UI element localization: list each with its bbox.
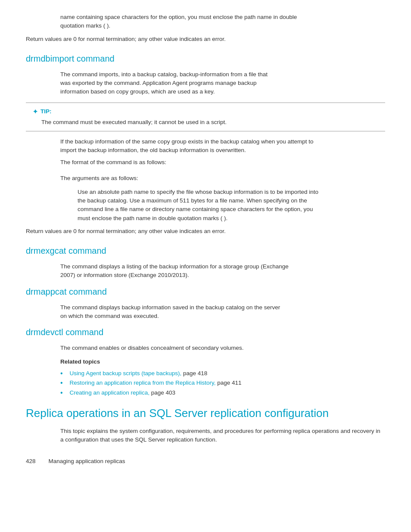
return-text-top: Return values are 0 for normal terminati… <box>26 35 385 44</box>
intro-line1: name containing space characters for the… <box>60 13 385 22</box>
related-topics-list: Using Agent backup scripts (tape backups… <box>60 369 385 398</box>
drmdbimport-body: The command imports, into a backup catal… <box>60 70 385 96</box>
drmdbimport-heading: drmdbimport command <box>26 52 385 65</box>
drmexgcat-heading: drmexgcat command <box>26 244 385 257</box>
indent-line3: command line a file name or directory na… <box>78 205 385 214</box>
drmexgcat-body: The command displays a listing of the ba… <box>60 262 385 280</box>
drmexgcat-line1: The command displays a listing of the ba… <box>60 262 385 271</box>
footer-text: Managing application replicas <box>49 457 125 466</box>
tip-icon: ✦ <box>33 107 38 116</box>
link-1-suffix: page 418 <box>181 370 207 376</box>
list-item-1-text: Using Agent backup scripts (tape backups… <box>70 369 208 378</box>
after-tip-line5: The arguments are as follows: <box>60 174 385 183</box>
link-3-suffix: page 403 <box>149 389 175 396</box>
tip-content: The command must be executed manually; i… <box>41 118 378 127</box>
intro-line2: quotation marks ( ). <box>60 22 385 30</box>
after-tip-line3: The format of the command is as follows: <box>60 158 385 167</box>
page-footer: 428 Managing application replicas <box>26 457 385 466</box>
list-item-3: Creating an application replica, page 40… <box>60 389 385 398</box>
tip-label-text: TIP: <box>40 107 52 116</box>
link-restoring-replica[interactable]: Restoring an application replica from th… <box>70 380 216 386</box>
link-creating-replica[interactable]: Creating an application replica, <box>70 389 149 396</box>
list-item-2-text: Restoring an application replica from th… <box>70 379 242 387</box>
drmappcat-body: The command displays backup information … <box>60 303 385 321</box>
drmdbimport-indent: Use an absolute path name to specify the… <box>78 188 385 223</box>
return-text-drmdbimport: Return values are 0 for normal terminati… <box>26 227 385 236</box>
drmappcat-heading: drmappcat command <box>26 285 385 298</box>
main-section-body: This topic explains the system configura… <box>60 427 385 445</box>
drmexgcat-line2: 2007) or information store (Exchange 201… <box>60 271 385 280</box>
link-tape-backups[interactable]: Using Agent backup scripts (tape backups… <box>70 370 182 376</box>
list-item-2: Restoring an application replica from th… <box>60 379 385 388</box>
drmdbimport-body-line2: was exported by the command. Application… <box>60 79 385 87</box>
drmdevctl-body: The command enables or disables concealm… <box>60 344 385 352</box>
drmdbimport-after-tip: If the backup information of the same co… <box>60 137 385 183</box>
tip-label: ✦ TIP: <box>33 107 378 116</box>
page-number: 428 <box>26 457 36 466</box>
drmdevctl-line1: The command enables or disables concealm… <box>60 344 385 352</box>
drmdevctl-heading: drmdevctl command <box>26 326 385 339</box>
after-tip-line2: import the backup information, the old b… <box>60 146 385 155</box>
list-item-3-text: Creating an application replica, page 40… <box>70 389 175 397</box>
indent-line2: the backup catalog. Use a maximum of 511… <box>78 196 385 205</box>
after-tip-line1: If the backup information of the same co… <box>60 137 385 146</box>
drmappcat-line2: on which the command was executed. <box>60 312 385 320</box>
drmdbimport-body-line1: The command imports, into a backup catal… <box>60 70 385 79</box>
link-2-suffix: page 411 <box>216 380 242 386</box>
drmappcat-line1: The command displays backup information … <box>60 303 385 312</box>
drmdbimport-body-line3: information based on copy groups, which … <box>60 87 385 96</box>
tip-box: ✦ TIP: The command must be executed manu… <box>26 103 385 131</box>
main-section-heading: Replica operations in an SQL Server repl… <box>26 406 385 421</box>
indent-line4: must enclose the path name in double quo… <box>78 214 385 223</box>
list-item-1: Using Agent backup scripts (tape backups… <box>60 369 385 378</box>
related-topics-label: Related topics <box>60 358 385 366</box>
intro-text: name containing space characters for the… <box>60 13 385 31</box>
indent-line1: Use an absolute path name to specify the… <box>78 188 385 196</box>
